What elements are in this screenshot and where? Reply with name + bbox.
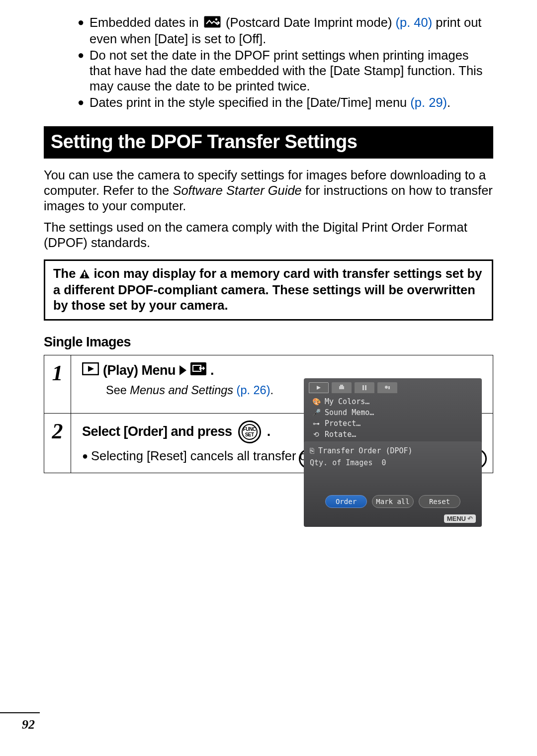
period: .: [210, 363, 214, 378]
bullet-text: Do not set the date in the DPOF print se…: [90, 48, 493, 94]
palette-icon: 🎨: [312, 398, 321, 406]
text-italic: Menus and Settings: [130, 384, 236, 397]
bullet-item: ● Dates print in the style specified in …: [78, 95, 493, 110]
transfer-order-icon: [190, 362, 206, 379]
top-bullets: ● Embedded dates in (Postcard Date Impri…: [78, 15, 493, 110]
step-heading: Select [Order] and press FUNCSET .: [82, 420, 482, 443]
svg-point-12: [385, 386, 388, 389]
order-button: Order: [325, 495, 367, 508]
svg-rect-7: [199, 367, 201, 370]
page-number-line: [0, 712, 40, 713]
step-row: 2 Select [Order] and press FUNCSET . ● S…: [44, 413, 493, 473]
tab-print: [332, 382, 352, 393]
step-row: 1 (Play) Menu: [44, 355, 493, 413]
warning-icon: [79, 267, 90, 282]
menu-item-label: My Colors…: [325, 397, 369, 406]
subheading: Single Images: [44, 335, 493, 350]
tab-play: [309, 382, 329, 393]
page-reference[interactable]: (p. 40): [395, 15, 432, 29]
bullet-dot-icon: ●: [78, 15, 90, 47]
text: (Postcard Date Imprint mode): [226, 15, 396, 29]
page-number: 92: [22, 717, 35, 732]
page-reference[interactable]: (p. 29): [410, 95, 447, 109]
body-paragraph: You can use the camera to specify settin…: [44, 168, 493, 214]
text: Select [Order] and press: [82, 424, 232, 439]
tab-setup: [355, 382, 374, 393]
page-reference[interactable]: (p. 26): [237, 384, 270, 397]
steps-table: 1 (Play) Menu: [44, 355, 493, 473]
tab-mycamera: [377, 382, 397, 393]
back-arrow-icon: ↶: [467, 515, 473, 522]
arrow-right-icon: [179, 365, 186, 375]
bullet-text: Dates print in the style specified in th…: [90, 95, 493, 110]
screen-header: ⎘ Transfer Order (DPOF): [310, 446, 476, 455]
bullet-item: ● Do not set the date in the DPOF print …: [78, 48, 493, 94]
bullet-dot-icon: ●: [82, 448, 91, 464]
bullet-dot-icon: ●: [78, 48, 90, 94]
step-number: 2: [44, 413, 71, 473]
text: Dates print in the style specified in th…: [90, 95, 410, 109]
step-content: Select [Order] and press FUNCSET . ● Sel…: [71, 413, 493, 473]
button-row: Order Mark all Reset: [310, 495, 476, 508]
svg-rect-3: [84, 276, 86, 277]
qty-label: Qty. of Images: [310, 458, 372, 467]
menu-tabs: [304, 378, 482, 395]
qty-value: 0: [382, 458, 386, 467]
bullet-text: Embedded dates in (Postcard Date Imprint…: [90, 15, 493, 47]
func-set-button-icon: FUNCSET: [238, 420, 261, 443]
postcard-mode-icon: [204, 16, 221, 31]
svg-rect-10: [362, 385, 364, 390]
menu-text: MENU: [447, 515, 466, 522]
warning-text: The icon may display for a memory card w…: [53, 266, 484, 313]
svg-rect-2: [84, 272, 86, 275]
step-heading: (Play) Menu .: [82, 362, 482, 379]
body-paragraph: The settings used on the camera comply w…: [44, 220, 493, 251]
menu-item: 🎨My Colors…: [309, 396, 477, 407]
svg-rect-8: [339, 386, 344, 389]
section-title: Setting the DPOF Transfer Settings: [44, 126, 493, 159]
text: See: [106, 384, 130, 397]
text: .: [270, 384, 274, 397]
screen-title: Transfer Order (DPOF): [318, 446, 413, 455]
text: .: [447, 95, 450, 109]
func-label-bottom: SET: [245, 432, 254, 437]
step-number: 1: [44, 355, 71, 413]
text: icon may display for a memory card with …: [53, 266, 482, 312]
transfer-order-screenshot: ⎘ Transfer Order (DPOF) Qty. of Images 0…: [304, 441, 482, 527]
mark-all-button: Mark all: [372, 495, 414, 508]
svg-rect-13: [388, 386, 390, 389]
reset-button: Reset: [419, 495, 460, 508]
qty-row: Qty. of Images 0: [310, 458, 476, 467]
svg-point-1: [215, 18, 217, 20]
step-content: (Play) Menu . See Menus and Settings (p.…: [71, 355, 493, 413]
text: Embedded dates in: [90, 15, 202, 29]
bullet-dot-icon: ●: [78, 95, 90, 110]
svg-rect-11: [365, 385, 366, 390]
func-label-top: FUNC: [243, 426, 256, 432]
svg-rect-9: [340, 385, 343, 386]
text: The: [53, 266, 79, 280]
period: .: [267, 424, 270, 439]
transfer-icon: ⎘: [310, 446, 314, 455]
play-icon: [82, 362, 99, 379]
menu-back-label: MENU↶: [444, 514, 476, 523]
text: (Play) Menu: [103, 363, 176, 378]
warning-box: The icon may display for a memory card w…: [44, 259, 493, 321]
bullet-item: ● Embedded dates in (Postcard Date Impri…: [78, 15, 493, 47]
